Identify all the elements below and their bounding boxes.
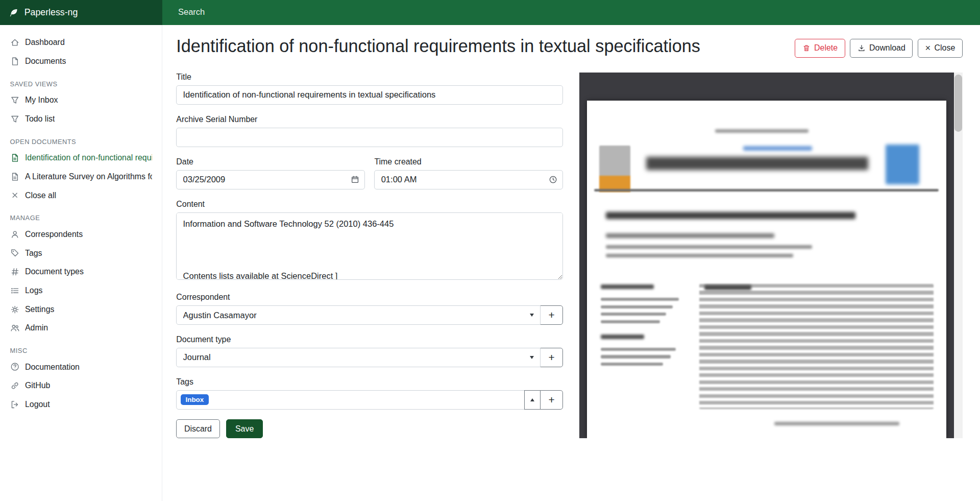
pdf-blur [646,157,868,170]
close-button[interactable]: × Close [918,39,963,58]
title-label: Title [176,73,563,82]
archive-serial-number-input[interactable] [176,128,563,147]
pdf-page [587,101,946,438]
people-icon [10,323,19,332]
sidebar-item-dashboard[interactable]: Dashboard [0,33,162,52]
sidebar-item-admin[interactable]: Admin [0,319,162,338]
search-input[interactable] [177,7,448,18]
discard-button[interactable]: Discard [176,419,219,438]
pdf-blur [601,284,654,289]
download-button[interactable]: Download [850,39,913,58]
sidebar-item-correspondents[interactable]: Correspondents [0,225,162,244]
file-text-icon [10,153,19,162]
sidebar-section-manage: MANAGE [0,205,162,225]
sidebar-item-settings[interactable]: Settings [0,300,162,319]
brand[interactable]: Paperless-ng [0,0,162,25]
document-form: Title Archive Serial Number Date [176,73,563,438]
leaf-logo-icon [9,8,19,18]
pdf-blur [606,212,856,219]
delete-label: Delete [814,43,838,53]
title-input[interactable] [176,85,563,105]
content: Dashboard Documents SAVED VIEWS My Inbox… [0,25,980,501]
sidebar-item-label: Logs [25,286,43,295]
save-button[interactable]: Save [226,419,263,438]
pdf-blur-text-block [699,284,934,409]
trash-icon [802,44,811,52]
sidebar-item-label: Todo list [25,114,55,124]
sidebar-item-logout[interactable]: Logout [0,395,162,414]
pdf-blur-logo [886,145,919,184]
correspondent-label: Correspondent [176,293,563,302]
add-tag-button[interactable]: + [540,390,563,410]
document-actions: Delete Download × Close [795,39,962,58]
sidebar-open-doc-1[interactable]: Identification of non-functional require… [0,149,162,168]
content-textarea[interactable]: Information and Software Technology 52 (… [176,212,563,280]
funnel-icon [10,96,19,105]
sidebar-item-document-types[interactable]: Document types [0,263,162,281]
add-correspondent-button[interactable]: + [540,305,563,325]
sidebar-section-misc: MISC [0,338,162,357]
content-label: Content [176,200,563,209]
app: Paperless-ng Dashboard Documents SAVED V… [0,0,980,501]
preview-scrollbar-thumb[interactable] [954,75,962,132]
file-icon [10,57,19,66]
sidebar-item-todo-list[interactable]: Todo list [0,110,162,129]
file-text-icon [10,172,19,181]
sidebar-open-doc-2[interactable]: A Literature Survey on Algorithms for Mu… [0,167,162,186]
preview-scrollbar-track[interactable] [954,73,963,438]
plus-icon: + [549,394,555,406]
sidebar-item-label: Logout [25,400,50,409]
sidebar-item-logs[interactable]: Logs [0,281,162,300]
document-type-select[interactable]: Journal [176,348,541,367]
sidebar-item-label: GitHub [25,381,51,390]
sidebar-item-documents[interactable]: Documents [0,52,162,71]
sidebar-item-label: Close all [25,191,56,200]
sidebar-item-label: Dashboard [25,38,65,47]
sidebar-item-label: Documents [25,57,66,66]
pdf-blur [601,348,676,351]
link-icon [10,381,19,390]
sidebar-item-my-inbox[interactable]: My Inbox [0,91,162,110]
delete-button[interactable]: Delete [795,39,845,58]
caret-up-icon [530,398,534,401]
date-label: Date [176,157,365,166]
pdf-blur [606,233,775,238]
tag-icon [10,248,19,257]
house-icon [10,38,19,47]
sidebar-item-label: Correspondents [25,230,83,239]
sidebar-item-github[interactable]: GitHub [0,376,162,395]
download-label: Download [869,43,905,53]
time-created-input[interactable] [374,170,563,189]
brand-name: Paperless-ng [24,7,78,18]
sidebar-item-label: Documentation [25,363,80,372]
pdf-blur [704,285,751,290]
funnel-icon [10,114,19,124]
pdf-blur [743,146,812,151]
document-type-label: Document type [176,335,563,344]
sidebar-section-open-documents: OPEN DOCUMENTS [0,128,162,148]
page-title: Identification of non-functional require… [176,35,700,57]
person-icon [10,230,19,239]
pdf-blur [715,129,809,132]
sidebar-item-label: Tags [25,249,42,258]
pdf-preview [579,73,963,438]
add-document-type-button[interactable]: + [540,348,563,367]
sidebar-item-label: Identification of non-functional require… [25,153,152,162]
plus-icon: + [549,351,555,364]
sidebar-item-label: Admin [25,323,48,332]
close-icon: × [925,43,931,53]
pdf-blur [601,363,663,366]
pdf-blur [601,305,673,308]
correspondent-select[interactable]: Agustin Casamayor [176,305,541,325]
tags-dropdown-button[interactable] [524,390,541,410]
tag-badge-inbox: Inbox [181,394,209,405]
topbar: Paperless-ng [0,0,980,25]
sidebar-item-close-all[interactable]: Close all [0,186,162,205]
tags-input[interactable]: Inbox [176,390,525,410]
question-circle-icon [10,362,19,371]
asn-label: Archive Serial Number [176,115,563,124]
date-input[interactable] [176,170,365,189]
sidebar-section-saved-views: SAVED VIEWS [0,70,162,90]
sidebar-item-documentation[interactable]: Documentation [0,357,162,376]
sidebar-item-tags[interactable]: Tags [0,244,162,263]
